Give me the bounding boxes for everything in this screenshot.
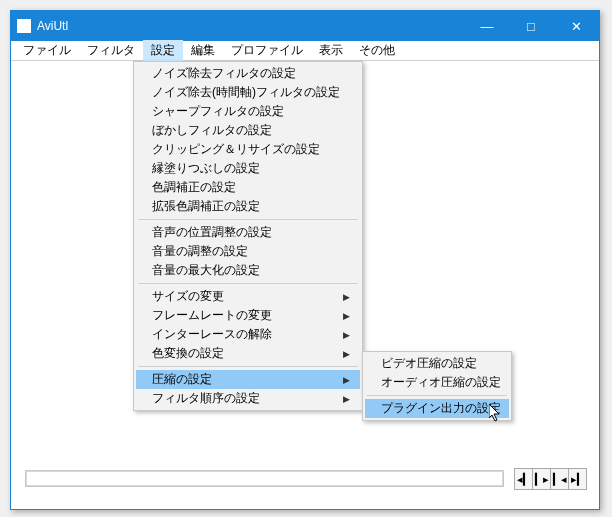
app-window: AviUtl — □ ✕ ファイルフィルタ設定編集プロファイル表示その他 ◂▎ … bbox=[10, 10, 600, 510]
submenu-arrow-icon: ▶ bbox=[343, 330, 350, 340]
menu-item[interactable]: クリッピング＆リサイズの設定 bbox=[136, 140, 360, 159]
first-frame-button[interactable]: ▎◂ bbox=[550, 468, 569, 490]
settings-menu-dropdown: ノイズ除去フィルタの設定ノイズ除去(時間軸)フィルタの設定シャープフィルタの設定… bbox=[133, 61, 363, 411]
menu-item[interactable]: シャープフィルタの設定 bbox=[136, 102, 360, 121]
menu-separator bbox=[138, 219, 358, 220]
menu-item[interactable]: ぼかしフィルタの設定 bbox=[136, 121, 360, 140]
menubar-item-4[interactable]: プロファイル bbox=[223, 40, 311, 61]
compression-submenu: ビデオ圧縮の設定オーディオ圧縮の設定プラグイン出力の設定 bbox=[362, 351, 512, 421]
menu-item[interactable]: 縁塗りつぶしの設定 bbox=[136, 159, 360, 178]
submenu-item[interactable]: オーディオ圧縮の設定 bbox=[365, 373, 509, 392]
submenu-item[interactable]: プラグイン出力の設定 bbox=[365, 399, 509, 418]
submenu-item[interactable]: ビデオ圧縮の設定 bbox=[365, 354, 509, 373]
close-button[interactable]: ✕ bbox=[553, 11, 599, 41]
app-icon bbox=[17, 19, 31, 33]
next-frame-button[interactable]: ▎▸ bbox=[532, 468, 551, 490]
player-controls: ◂▎ ▎▸ ▎◂ ▸▎ bbox=[515, 468, 587, 490]
menu-item[interactable]: ノイズ除去フィルタの設定 bbox=[136, 64, 360, 83]
menu-item[interactable]: サイズの変更▶ bbox=[136, 287, 360, 306]
menu-separator bbox=[138, 366, 358, 367]
submenu-arrow-icon: ▶ bbox=[343, 311, 350, 321]
submenu-arrow-icon: ▶ bbox=[343, 375, 350, 385]
menubar-item-0[interactable]: ファイル bbox=[15, 40, 79, 61]
submenu-arrow-icon: ▶ bbox=[343, 394, 350, 404]
menu-item[interactable]: 音量の最大化の設定 bbox=[136, 261, 360, 280]
window-title: AviUtl bbox=[37, 19, 68, 33]
submenu-arrow-icon: ▶ bbox=[343, 292, 350, 302]
menu-item[interactable]: 音声の位置調整の設定 bbox=[136, 223, 360, 242]
menu-item[interactable]: 圧縮の設定▶ bbox=[136, 370, 360, 389]
menubar-item-3[interactable]: 編集 bbox=[183, 40, 223, 61]
menu-separator bbox=[367, 395, 507, 396]
timeline-scrollbar[interactable] bbox=[25, 470, 504, 487]
menu-item[interactable]: ノイズ除去(時間軸)フィルタの設定 bbox=[136, 83, 360, 102]
menu-item[interactable]: 色変換の設定▶ bbox=[136, 344, 360, 363]
menu-item[interactable]: 音量の調整の設定 bbox=[136, 242, 360, 261]
maximize-button[interactable]: □ bbox=[509, 11, 553, 41]
menu-item[interactable]: 色調補正の設定 bbox=[136, 178, 360, 197]
menubar: ファイルフィルタ設定編集プロファイル表示その他 bbox=[11, 41, 599, 61]
menu-item[interactable]: 拡張色調補正の設定 bbox=[136, 197, 360, 216]
menu-separator bbox=[138, 283, 358, 284]
prev-frame-button[interactable]: ◂▎ bbox=[514, 468, 533, 490]
submenu-arrow-icon: ▶ bbox=[343, 349, 350, 359]
menubar-item-5[interactable]: 表示 bbox=[311, 40, 351, 61]
menubar-item-2[interactable]: 設定 bbox=[143, 40, 183, 61]
menubar-item-6[interactable]: その他 bbox=[351, 40, 403, 61]
menubar-item-1[interactable]: フィルタ bbox=[79, 40, 143, 61]
menu-item[interactable]: インターレースの解除▶ bbox=[136, 325, 360, 344]
menu-item[interactable]: フレームレートの変更▶ bbox=[136, 306, 360, 325]
scrollbar-thumb[interactable] bbox=[26, 471, 503, 486]
menu-item[interactable]: フィルタ順序の設定▶ bbox=[136, 389, 360, 408]
titlebar: AviUtl — □ ✕ bbox=[11, 11, 599, 41]
last-frame-button[interactable]: ▸▎ bbox=[568, 468, 587, 490]
minimize-button[interactable]: — bbox=[465, 11, 509, 41]
